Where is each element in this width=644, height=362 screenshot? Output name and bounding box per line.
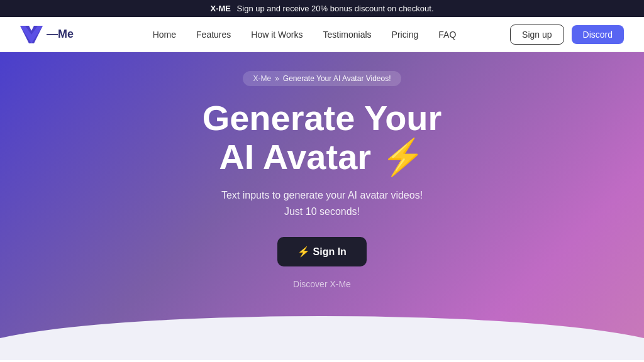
logo[interactable]: —Me — [20, 26, 74, 43]
nav-pricing[interactable]: Pricing — [392, 30, 419, 40]
hero-title: Generate Your AI Avatar ⚡ — [203, 99, 442, 176]
nav-actions: Sign up Discord — [510, 25, 624, 45]
nav-faq[interactable]: FAQ — [438, 30, 456, 40]
signin-button[interactable]: ⚡ Sign In — [277, 237, 367, 266]
svg-marker-1 — [20, 26, 43, 43]
breadcrumb-home: X-Me — [253, 74, 271, 83]
hero-section: X-Me » Generate Your AI Avatar Videos! G… — [0, 52, 644, 360]
discord-button[interactable]: Discord — [572, 25, 624, 44]
navbar: —Me Home Features How it Works Testimoni… — [0, 17, 644, 52]
hero-subtitle: Text inputs to generate your AI avatar v… — [221, 187, 423, 219]
banner-text: Sign up and receive 20% bonus discount o… — [237, 4, 434, 13]
breadcrumb-separator: » — [275, 74, 279, 83]
signup-button[interactable]: Sign up — [510, 25, 564, 45]
nav-testimonials[interactable]: Testimonials — [323, 30, 372, 40]
nav-links: Home Features How it Works Testimonials … — [99, 30, 510, 40]
breadcrumb: X-Me » Generate Your AI Avatar Videos! — [243, 71, 401, 86]
hero-subtitle-line1: Text inputs to generate your AI avatar v… — [221, 190, 423, 200]
nav-home[interactable]: Home — [153, 30, 176, 40]
logo-text: —Me — [47, 28, 74, 41]
nav-features[interactable]: Features — [196, 30, 231, 40]
logo-icon — [20, 26, 43, 43]
hero-subtitle-line2: Just 10 seconds! — [284, 206, 360, 217]
top-banner: X-ME Sign up and receive 20% bonus disco… — [0, 0, 644, 17]
banner-brand: X-ME — [210, 4, 231, 13]
breadcrumb-current: Generate Your AI Avatar Videos! — [283, 74, 391, 83]
hero-title-line2: AI Avatar ⚡ — [219, 137, 425, 177]
discover-link[interactable]: Discover X-Me — [293, 279, 351, 289]
nav-how-it-works[interactable]: How it Works — [251, 30, 303, 40]
hero-title-line1: Generate Your — [203, 98, 442, 138]
